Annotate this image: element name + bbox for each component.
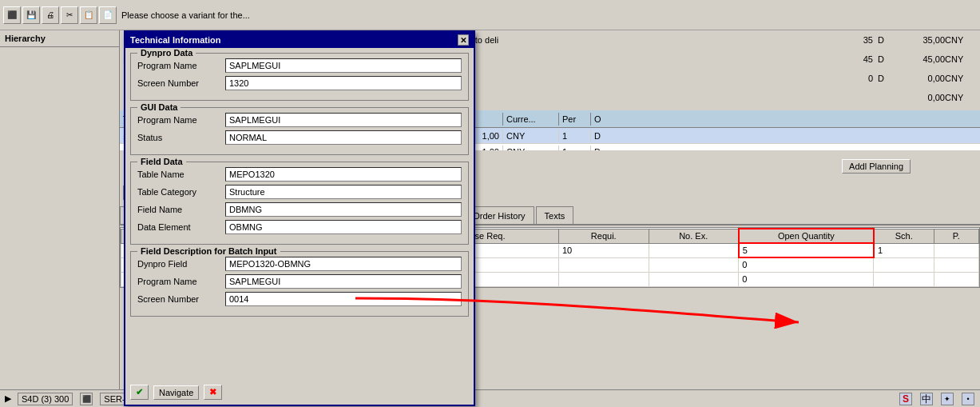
field-table-name-row: Table Name MEPO1320	[137, 167, 462, 182]
batch-program-row: Program Name SAPLMEGUI	[137, 274, 462, 289]
toolbar-btn-save[interactable]: 💾	[22, 6, 40, 24]
requi-cell-3	[558, 272, 649, 286]
o-cell-2: D	[591, 146, 980, 151]
field-table-name-value: MEPO1320	[225, 167, 462, 182]
cn-icon[interactable]: 中	[920, 393, 933, 405]
field-name-label: Field Name	[137, 205, 225, 214]
letter-d-2: D	[873, 74, 889, 83]
s4d-status: S4D (3) 300	[18, 393, 73, 405]
field-table-cat-value: Structure	[225, 185, 462, 199]
star-icon[interactable]: ✦	[941, 393, 954, 405]
val-45: 45,00	[889, 54, 945, 64]
dynpro-section-title: Dynpro Data	[137, 48, 196, 58]
confirm-button[interactable]: ✔	[130, 385, 149, 400]
sch-col-header: Sch.	[874, 229, 934, 243]
num-0a: 0	[833, 74, 873, 83]
toolbar-btn-1[interactable]: ⬛	[3, 6, 21, 24]
gui-program-label: Program Name	[137, 115, 225, 125]
addl-planning-button[interactable]: Addl Planning	[842, 159, 911, 174]
gui-status-label: Status	[137, 133, 225, 142]
gui-status-row: Status NORMAL	[137, 130, 462, 145]
o-header: O	[591, 113, 980, 126]
data-element-row: Data Element OBMNG	[137, 220, 462, 234]
batch-input-section: Field Description for Batch Input Dynpro…	[130, 251, 469, 317]
sch-cell-3	[874, 272, 934, 286]
batch-dynpro-row: Dynpro Field MEPO1320-OBMNG	[137, 257, 462, 271]
ccy-1: CNY	[945, 54, 977, 64]
field-table-cat-label: Table Category	[137, 187, 225, 197]
dynpro-data-section: Dynpro Data Program Name SAPLMEGUI Scree…	[130, 53, 469, 101]
ccy-cell-2: CNY	[503, 146, 559, 151]
sch-cell-1: 1	[874, 243, 934, 257]
gui-section-title: GUI Data	[137, 102, 181, 112]
field-name-row: Field Name DBMNG	[137, 202, 462, 217]
dynpro-screen-label: Screen Number	[137, 78, 225, 88]
addl-area: Addl Planning	[599, 154, 919, 178]
field-table-name-label: Table Name	[137, 170, 225, 179]
val-35: 35,00	[889, 35, 945, 45]
num-45: 45	[833, 54, 873, 64]
ccy-cell-1: CNY	[503, 130, 559, 142]
sch-cell-2	[874, 257, 934, 272]
dot-icon[interactable]: •	[962, 393, 974, 405]
per-cell-1: 1	[559, 130, 591, 142]
num-35: 35	[833, 35, 873, 45]
cancel-button[interactable]: ✖	[204, 385, 222, 400]
no-ex-cell-2	[649, 257, 739, 272]
dynpro-program-label: Program Name	[137, 61, 225, 70]
ccy-2: CNY	[945, 74, 977, 83]
no-ex-cell-1	[649, 243, 739, 257]
ccy-0: CNY	[945, 35, 977, 45]
toolbar-btn-cut[interactable]: ✂	[61, 6, 78, 24]
navigate-button[interactable]: Navigate	[153, 385, 199, 400]
dynpro-program-row: Program Name SAPLMEGUI	[137, 58, 462, 73]
toolbar-btn-print[interactable]: 🖨	[42, 6, 59, 24]
dialog-close-button[interactable]: ✕	[458, 34, 469, 46]
toolbar-btn-copy[interactable]: 📋	[80, 6, 97, 24]
hierarchy-header: Hierarchy	[0, 30, 119, 47]
batch-section-title: Field Description for Batch Input	[137, 246, 280, 256]
please-choose-text: Please choose a variant for the...	[121, 10, 250, 20]
dynpro-program-value: SAPLMEGUI	[225, 58, 462, 73]
p-cell-2	[934, 257, 978, 272]
toolbar-btn-paste[interactable]: 📄	[99, 6, 117, 24]
letter-d-1: D	[873, 54, 889, 64]
val-0a: 0,00	[889, 74, 945, 83]
data-element-value: OBMNG	[225, 220, 462, 234]
gui-data-section: GUI Data Program Name SAPLMEGUI Status N…	[130, 107, 469, 155]
still-label: Still to deli	[458, 35, 833, 45]
field-section-title: Field Data	[137, 157, 186, 166]
batch-dynpro-label: Dynpro Field	[137, 259, 225, 269]
batch-screen-value: 0014	[225, 292, 462, 306]
navigate-label: Navigate	[159, 388, 193, 397]
batch-screen-row: Screen Number 0014	[137, 292, 462, 306]
tab-texts[interactable]: Texts	[536, 206, 574, 224]
dialog-title-text: Technical Information	[130, 35, 220, 45]
o-cell-1: D	[591, 130, 980, 142]
dialog-titlebar: Technical Information ✕	[125, 32, 474, 48]
field-table-cat-row: Table Category Structure	[137, 185, 462, 199]
requi-col-header: Requi.	[558, 229, 649, 243]
p-col-header: P.	[934, 229, 978, 243]
x-icon: ✖	[209, 387, 216, 397]
val-0b: 0,00	[889, 93, 945, 102]
technical-info-dialog: Technical Information ✕ Dynpro Data Prog…	[124, 30, 475, 406]
requi-cell-2	[558, 257, 649, 272]
curre-header: Curre...	[503, 113, 559, 126]
dynpro-screen-value: 1320	[225, 76, 462, 90]
ccy-3: CNY	[945, 93, 977, 102]
open-qty-cell-1: 5	[739, 243, 874, 257]
per-cell-2: 1	[559, 146, 591, 151]
s-icon[interactable]: S	[899, 393, 912, 405]
open-qty-cell-2: 0	[739, 257, 874, 272]
batch-program-value: SAPLMEGUI	[225, 274, 462, 289]
p-cell-1	[934, 243, 978, 257]
check-icon: ✔	[136, 387, 143, 397]
sys-icon-block[interactable]: ⬛	[80, 393, 93, 405]
no-ex-cell-3	[649, 272, 739, 286]
hierarchy-panel: Hierarchy	[0, 30, 120, 407]
gui-program-value: SAPLMEGUI	[225, 113, 462, 127]
toolbar: ⬛ 💾 🖨 ✂ 📋 📄 Please choose a variant for …	[0, 0, 980, 30]
batch-program-label: Program Name	[137, 277, 225, 286]
data-element-label: Data Element	[137, 222, 225, 232]
